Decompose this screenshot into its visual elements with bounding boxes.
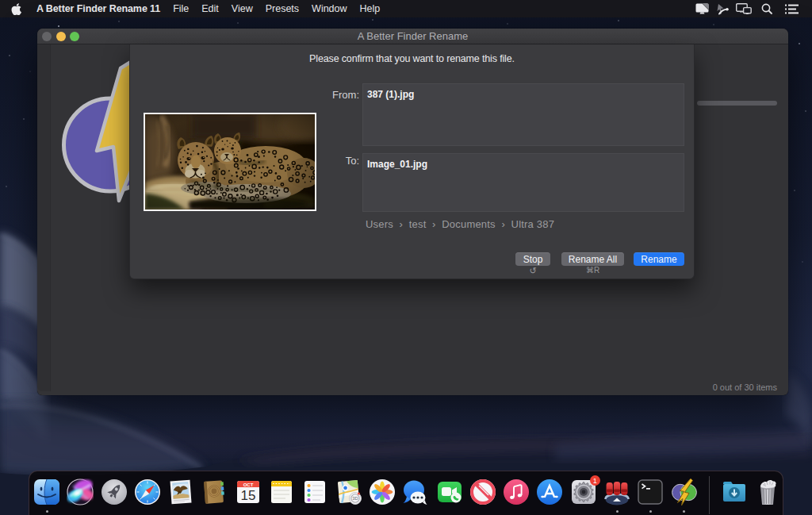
dock-terminal-icon[interactable] bbox=[637, 478, 664, 505]
menu-item-presets[interactable]: Presets bbox=[266, 3, 299, 14]
dock-maps-icon[interactable]: 3D bbox=[335, 478, 362, 505]
status-items-count: 0 out of 30 items bbox=[713, 382, 777, 392]
stop-button[interactable]: Stop bbox=[515, 252, 550, 266]
svg-text:OCT: OCT bbox=[243, 482, 253, 487]
window-title: A Better Finder Rename bbox=[37, 29, 788, 44]
spotlight-icon[interactable] bbox=[756, 0, 778, 17]
dock-system-preferences-icon[interactable]: 1 bbox=[570, 478, 597, 505]
dock-photos-icon[interactable] bbox=[369, 478, 396, 505]
svg-text:15: 15 bbox=[240, 488, 255, 503]
dock-abfr-icon[interactable] bbox=[671, 478, 698, 505]
menu-app-name[interactable]: A Better Finder Rename 11 bbox=[36, 3, 160, 14]
dock-siri-icon[interactable] bbox=[67, 478, 94, 505]
apple-menu-icon[interactable] bbox=[11, 3, 23, 15]
dock-notes-icon[interactable] bbox=[268, 478, 295, 505]
zoom-button[interactable] bbox=[70, 32, 79, 41]
notification-center-icon[interactable] bbox=[778, 0, 805, 17]
to-value: Image_01.jpg bbox=[367, 159, 427, 170]
dock-app-store-icon[interactable] bbox=[536, 478, 563, 505]
window-titlebar[interactable]: A Better Finder Rename bbox=[37, 29, 788, 44]
to-label: To: bbox=[296, 155, 359, 167]
from-label: From: bbox=[296, 89, 359, 101]
running-indicator bbox=[616, 510, 619, 513]
window-left-gutter bbox=[37, 44, 51, 391]
dock-separator bbox=[709, 476, 710, 514]
stop-shortcut-hint: ↺ bbox=[515, 266, 550, 275]
dock-calendar-icon[interactable]: OCT 15 bbox=[235, 478, 262, 505]
running-indicator bbox=[649, 510, 652, 513]
dock-front-row-icon[interactable] bbox=[603, 478, 630, 505]
close-button[interactable] bbox=[42, 32, 52, 41]
svg-text:3D: 3D bbox=[352, 496, 358, 501]
remote-pointer-icon[interactable] bbox=[713, 0, 732, 17]
dock-contacts-icon[interactable] bbox=[201, 478, 228, 505]
menu-item-view[interactable]: View bbox=[232, 3, 253, 14]
dock-reminders-icon[interactable] bbox=[301, 478, 328, 505]
rename-button[interactable]: Rename bbox=[634, 252, 684, 266]
from-value: 387 (1).jpg bbox=[367, 89, 414, 100]
screen-sharing-icon[interactable] bbox=[691, 0, 713, 17]
rename-all-button[interactable]: Rename All bbox=[561, 252, 624, 266]
menu-item-help[interactable]: Help bbox=[360, 3, 381, 14]
menu-item-file[interactable]: File bbox=[173, 3, 189, 14]
notification-badge: 1 bbox=[590, 475, 600, 486]
from-field[interactable]: 387 (1).jpg bbox=[362, 83, 684, 146]
dock-finder-icon[interactable] bbox=[33, 478, 60, 505]
running-indicator bbox=[46, 510, 48, 513]
dock-launchpad-icon[interactable] bbox=[101, 478, 128, 505]
scrollbar-thumb[interactable] bbox=[697, 101, 777, 106]
menu-item-edit[interactable]: Edit bbox=[201, 3, 219, 14]
dock-trash-icon[interactable] bbox=[754, 478, 781, 505]
sheet-message: Please confirm that you want to rename t… bbox=[130, 53, 694, 64]
dock-safari-icon[interactable] bbox=[134, 478, 161, 505]
running-indicator bbox=[683, 510, 685, 513]
file-preview-thumbnail bbox=[144, 113, 316, 211]
minimize-button[interactable] bbox=[56, 32, 66, 41]
dock-facetime-icon[interactable] bbox=[436, 478, 463, 505]
rename-confirm-sheet: Please confirm that you want to rename t… bbox=[129, 44, 695, 279]
dock-messages-icon[interactable] bbox=[402, 478, 429, 505]
desktop: A Better Finder Rename 11 File Edit View… bbox=[0, 0, 812, 515]
to-field[interactable]: Image_01.jpg bbox=[362, 153, 684, 212]
rename-all-shortcut-hint: ⌘R bbox=[561, 266, 624, 275]
dock-itunes-icon[interactable] bbox=[503, 478, 530, 505]
dock-downloads-icon[interactable] bbox=[721, 478, 748, 505]
dock-mail-icon[interactable] bbox=[167, 478, 194, 505]
dock: OCT 15 bbox=[29, 471, 783, 515]
dock-news-icon[interactable] bbox=[469, 478, 496, 505]
displays-icon[interactable] bbox=[732, 0, 756, 17]
menu-bar: A Better Finder Rename 11 File Edit View… bbox=[0, 0, 812, 17]
menu-item-window[interactable]: Window bbox=[312, 3, 347, 14]
app-window: A Better Finder Rename 0 out of 30 items… bbox=[37, 29, 788, 395]
file-path-breadcrumb: Users › test › Documents › Ultra 387 bbox=[366, 218, 554, 230]
